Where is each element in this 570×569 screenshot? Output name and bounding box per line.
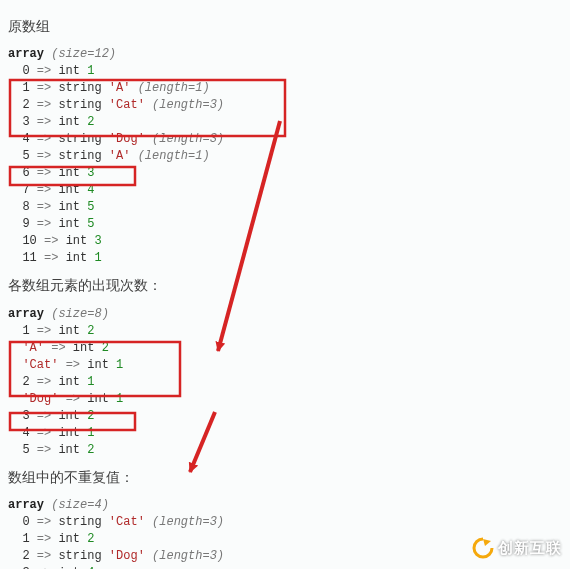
array1-rows: 0 => int 1 1 => string 'A' (length=1) 2 … [8, 64, 224, 265]
array2-dump: array (size=8) 1 => int 2 'A' => int 2 '… [8, 306, 558, 459]
heading-uniques: 数组中的不重复值： [8, 467, 558, 487]
heading-original-array: 原数组 [8, 16, 558, 36]
heading-counts: 各数组元素的出现次数： [8, 275, 558, 295]
array3-rows: 0 => string 'Cat' (length=3) 1 => int 2 … [8, 515, 224, 569]
array2-label: array [8, 307, 44, 321]
array1-size: (size=12) [51, 47, 116, 61]
watermark: 创新互联 [472, 537, 562, 559]
watermark-icon [472, 537, 494, 559]
array2-rows: 1 => int 2 'A' => int 2 'Cat' => int 1 2… [8, 324, 123, 457]
watermark-text: 创新互联 [498, 537, 562, 559]
array1-dump: array (size=12) 0 => int 1 1 => string '… [8, 46, 558, 267]
array1-label: array [8, 47, 44, 61]
document-content: 原数组 array (size=12) 0 => int 1 1 => stri… [0, 0, 570, 569]
array3-label: array [8, 498, 44, 512]
array2-size: (size=8) [51, 307, 109, 321]
array3-size: (size=4) [51, 498, 109, 512]
